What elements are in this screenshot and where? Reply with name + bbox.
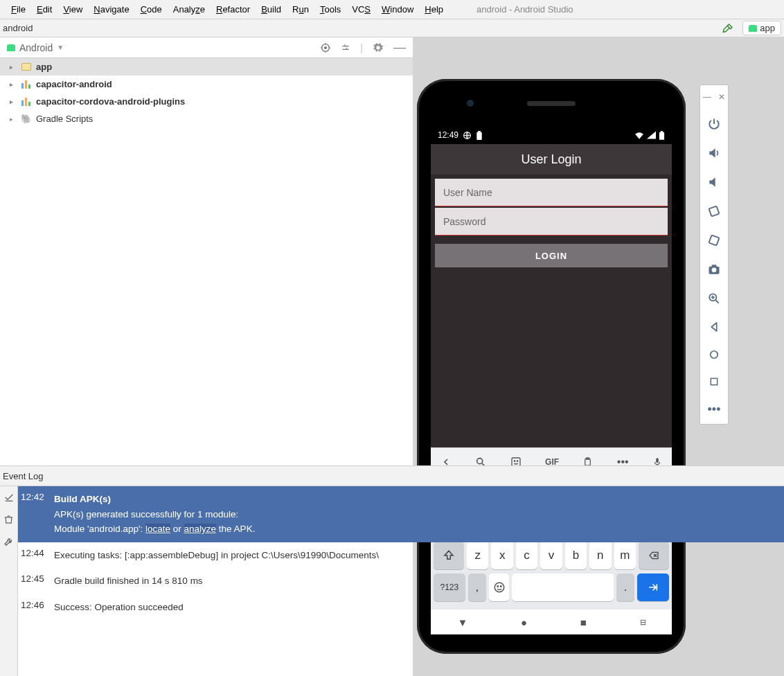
signal-icon <box>647 131 656 139</box>
log-time: 12:46 <box>21 600 46 615</box>
menu-view[interactable]: View <box>57 3 88 16</box>
svg-rect-21 <box>712 265 717 267</box>
tree-node-capacitor-cordova[interactable]: ▸ capacitor-cordova-android-plugins <box>0 93 413 110</box>
close-icon[interactable]: ✕ <box>718 92 725 102</box>
analyze-link[interactable]: analyze <box>184 524 217 534</box>
menu-tools[interactable]: Tools <box>314 3 346 16</box>
log-entry-build-apk[interactable]: 12:42 Build APK(s) APK(s) generated succ… <box>18 486 784 542</box>
run-config-selector[interactable]: app <box>742 21 781 35</box>
svg-point-23 <box>711 351 718 359</box>
menu-edit[interactable]: Edit <box>31 3 57 16</box>
globe-icon <box>463 131 472 140</box>
overview-icon[interactable] <box>709 376 720 387</box>
login-button[interactable]: LOGIN <box>435 244 668 267</box>
target-icon[interactable] <box>320 42 331 53</box>
battery-icon <box>476 131 483 140</box>
login-form: LOGIN <box>431 175 672 272</box>
back-icon[interactable] <box>708 321 720 333</box>
minimize-icon[interactable]: — <box>703 92 711 102</box>
settings-icon[interactable] <box>341 43 350 53</box>
project-view-selector[interactable]: Android <box>19 42 53 53</box>
tree-node-gradle-scripts[interactable]: ▸🐘 Gradle Scripts <box>0 110 413 127</box>
log-body-post: the APK. <box>216 524 255 534</box>
breadcrumb[interactable]: android <box>3 23 33 33</box>
run-config-label: app <box>760 23 775 33</box>
menu-code[interactable]: Code <box>135 3 168 16</box>
svg-rect-13 <box>656 458 659 463</box>
event-log-header[interactable]: Event Log <box>0 465 784 486</box>
chevron-down-icon[interactable]: ▼ <box>57 44 64 51</box>
volume-down-icon[interactable] <box>707 175 721 189</box>
menu-file[interactable]: File <box>6 3 31 16</box>
menu-refactor[interactable]: Refactor <box>211 3 256 16</box>
event-log-gutter <box>0 486 18 676</box>
svg-point-10 <box>517 461 517 461</box>
more-icon[interactable]: ••• <box>708 402 721 417</box>
log-body: APK(s) generated successfully for 1 modu… <box>54 509 238 519</box>
gear-icon[interactable] <box>373 42 384 53</box>
minimize-icon[interactable]: — <box>393 40 406 55</box>
svg-rect-3 <box>476 132 481 139</box>
tree-label: capacitor-cordova-android-plugins <box>36 96 185 107</box>
svg-rect-18 <box>709 235 720 246</box>
menu-bar: File Edit View Navigate Code Analyze Ref… <box>0 0 784 19</box>
power-icon[interactable] <box>707 117 721 131</box>
svg-rect-6 <box>661 131 663 132</box>
tree-label: capacitor-android <box>36 79 112 89</box>
password-field[interactable] <box>435 208 668 235</box>
log-body: Success: Operation succeeded <box>54 600 781 615</box>
rotate-left-icon[interactable] <box>707 204 721 218</box>
log-body-pre: Module 'android.app': <box>54 524 145 534</box>
svg-rect-8 <box>512 458 520 466</box>
window-title: android - Android Studio <box>476 4 573 15</box>
tree-node-app[interactable]: ▸ app <box>0 58 413 75</box>
project-tree: ▸ app ▸ capacitor-android ▸ capacitor-co… <box>0 58 413 127</box>
menu-help[interactable]: Help <box>419 3 449 16</box>
android-icon <box>749 25 757 32</box>
tree-label: app <box>36 62 52 72</box>
breadcrumb-bar: android app <box>0 19 784 37</box>
phone-camera <box>467 100 474 107</box>
volume-up-icon[interactable] <box>707 146 721 160</box>
menu-build[interactable]: Build <box>256 3 287 16</box>
menu-window[interactable]: Window <box>376 3 419 16</box>
log-entry[interactable]: 12:46 Success: Operation succeeded <box>18 594 784 621</box>
log-mid: or <box>170 524 184 534</box>
android-icon <box>7 44 15 51</box>
rotate-right-icon[interactable] <box>707 233 721 247</box>
phone-speaker <box>527 101 576 106</box>
log-entry[interactable]: 12:45 Gradle build finished in 14 s 810 … <box>18 568 784 594</box>
home-icon[interactable] <box>708 348 720 361</box>
wrench-icon[interactable] <box>3 536 15 547</box>
svg-point-9 <box>514 461 515 461</box>
menu-analyze[interactable]: Analyze <box>168 3 211 16</box>
log-body: Gradle build finished in 14 s 810 ms <box>54 573 781 589</box>
svg-rect-24 <box>711 378 717 384</box>
status-time: 12:49 <box>438 130 458 140</box>
battery-icon <box>659 131 665 140</box>
svg-point-20 <box>712 268 717 273</box>
svg-point-1 <box>325 46 327 48</box>
trash-icon[interactable] <box>3 514 14 525</box>
tree-node-capacitor-android[interactable]: ▸ capacitor-android <box>0 75 413 93</box>
menu-run[interactable]: Run <box>287 3 314 16</box>
zoom-icon[interactable] <box>707 292 721 305</box>
log-entry[interactable]: 12:44 Executing tasks: [:app:assembleDeb… <box>18 542 784 569</box>
locate-link[interactable]: locate <box>145 524 170 534</box>
username-field[interactable] <box>435 179 668 206</box>
log-time: 12:42 <box>21 492 46 537</box>
app-title-bar: User Login <box>431 144 672 175</box>
svg-rect-5 <box>659 132 664 140</box>
build-icon[interactable] <box>722 22 734 35</box>
event-log-content: 12:42 Build APK(s) APK(s) generated succ… <box>18 486 784 676</box>
menu-navigate[interactable]: Navigate <box>88 3 134 16</box>
svg-point-7 <box>477 458 483 463</box>
camera-icon[interactable] <box>707 263 721 276</box>
app-title: User Login <box>521 152 581 167</box>
check-icon[interactable] <box>3 492 15 503</box>
log-time: 12:44 <box>21 548 46 563</box>
wifi-icon <box>634 131 644 139</box>
log-body: Executing tasks: [:app:assembleDebug] in… <box>54 548 781 563</box>
status-bar: 12:49 <box>431 126 672 144</box>
menu-vcs[interactable]: VCS <box>346 3 376 16</box>
